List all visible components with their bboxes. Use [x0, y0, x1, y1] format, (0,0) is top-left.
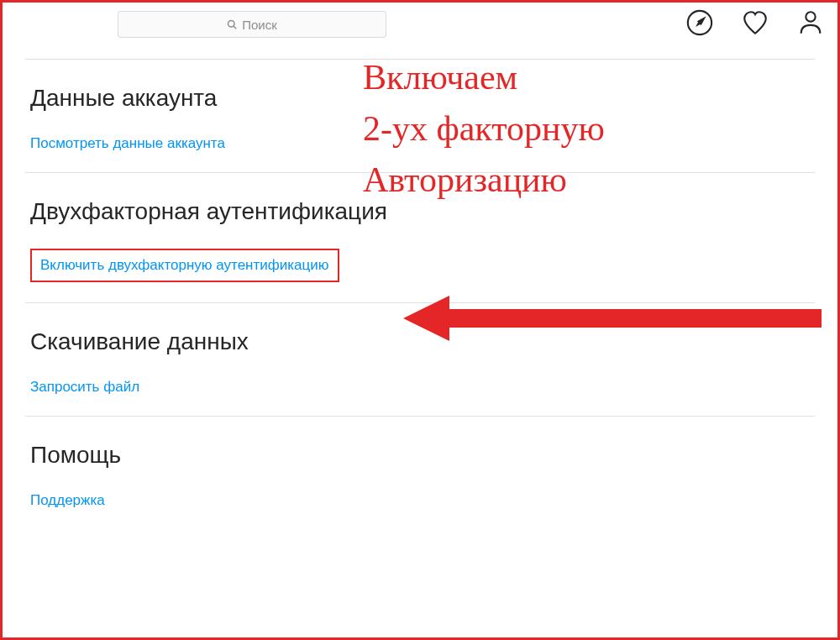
support-link[interactable]: Поддержка [30, 492, 105, 509]
person-icon [796, 8, 825, 37]
section-title-account: Данные аккаунта [30, 85, 815, 112]
section-title-help: Помощь [30, 442, 815, 469]
compass-icon [685, 8, 714, 37]
section-title-two-factor: Двухфакторная аутентификация [30, 198, 815, 225]
view-account-data-link[interactable]: Посмотреть данные аккаунта [30, 135, 225, 152]
svg-line-1 [234, 26, 236, 29]
header-icons [685, 8, 825, 37]
explore-button[interactable] [685, 8, 714, 37]
section-help: Помощь Поддержка [25, 417, 815, 529]
svg-point-0 [228, 21, 235, 28]
section-download-data: Скачивание данных Запросить файл [25, 303, 815, 417]
profile-button[interactable] [796, 8, 825, 37]
heart-icon [741, 8, 769, 37]
search-input[interactable]: Поиск [118, 11, 386, 38]
annotation-highlight: Включить двухфакторную аутентификацию [30, 249, 339, 282]
request-download-link[interactable]: Запросить файл [30, 379, 139, 396]
section-account-data: Данные аккаунта Посмотреть данные аккаун… [25, 60, 815, 173]
search-placeholder: Поиск [242, 18, 277, 32]
section-two-factor: Двухфакторная аутентификация Включить дв… [25, 173, 815, 303]
svg-point-5 [806, 12, 815, 21]
header: Поиск [0, 0, 840, 49]
activity-button[interactable] [741, 8, 769, 37]
enable-two-factor-link[interactable]: Включить двухфакторную аутентификацию [40, 257, 329, 274]
content: Данные аккаунта Посмотреть данные аккаун… [0, 59, 840, 529]
section-title-download: Скачивание данных [30, 328, 815, 355]
search-icon [227, 19, 237, 29]
